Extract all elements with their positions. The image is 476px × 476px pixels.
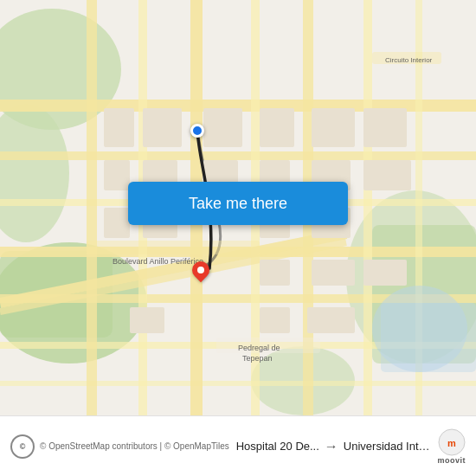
svg-text:Pedregal de: Pedregal de (238, 344, 280, 352)
svg-rect-44 (260, 307, 290, 333)
svg-rect-46 (87, 241, 260, 254)
moovit-logo: m moovit (437, 428, 466, 465)
svg-rect-26 (203, 108, 242, 147)
destination-marker (192, 261, 209, 286)
svg-rect-27 (260, 108, 294, 147)
osm-logo: © (10, 434, 35, 459)
route-from-label: Hospital 20 De... (236, 440, 319, 453)
moovit-icon: m (438, 428, 466, 456)
moovit-text: moovit (437, 456, 466, 465)
app-container: Boulevard Anillo Periférico Pedregal de … (0, 0, 476, 476)
map-container: Boulevard Anillo Periférico Pedregal de … (0, 0, 476, 415)
svg-rect-25 (143, 108, 182, 147)
svg-rect-14 (0, 381, 476, 386)
svg-rect-43 (130, 307, 164, 333)
svg-rect-15 (87, 0, 97, 415)
svg-rect-45 (307, 307, 355, 333)
bottom-bar: © © OpenStreetMap contributors | © OpenM… (0, 415, 476, 476)
svg-text:m: m (447, 438, 456, 448)
svg-text:Tepepan: Tepepan (242, 354, 273, 363)
origin-marker (190, 124, 204, 138)
svg-rect-35 (363, 160, 411, 190)
svg-text:Circuito Interior: Circuito Interior (385, 56, 433, 64)
svg-rect-24 (104, 108, 134, 147)
route-to-label: Universidad Intercontinental Ca... (344, 440, 431, 453)
svg-rect-36 (104, 208, 130, 238)
svg-rect-50 (381, 303, 476, 372)
svg-rect-41 (312, 260, 355, 286)
svg-rect-42 (363, 260, 407, 286)
svg-rect-30 (104, 160, 130, 190)
arrow-icon: → (325, 439, 338, 454)
svg-rect-29 (363, 108, 407, 147)
attribution-text: © OpenStreetMap contributors | © OpenMap… (40, 441, 229, 451)
take-me-there-button[interactable]: Take me there (128, 182, 348, 225)
svg-rect-28 (312, 108, 355, 147)
svg-rect-20 (363, 0, 372, 415)
svg-text:Boulevard Anillo Periférico: Boulevard Anillo Periférico (113, 257, 203, 266)
svg-rect-9 (0, 151, 476, 160)
svg-rect-40 (260, 260, 290, 286)
